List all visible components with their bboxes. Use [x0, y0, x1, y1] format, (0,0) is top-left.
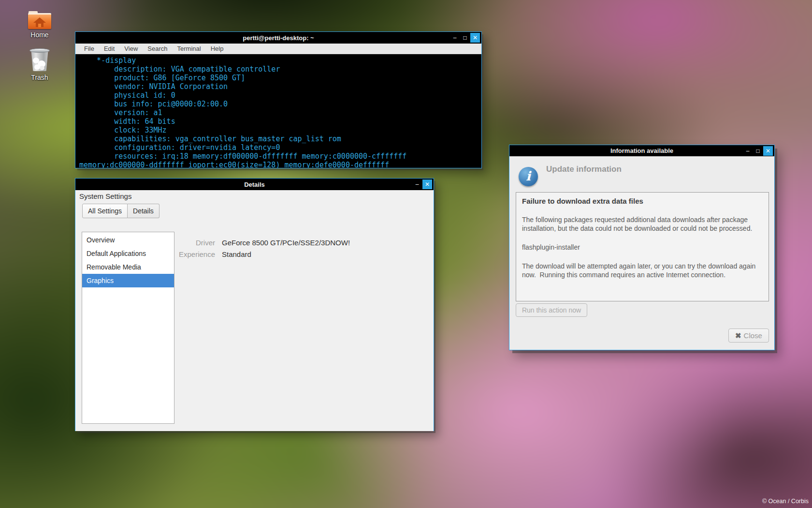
message-paragraph-1: The following packages requested additio…	[522, 215, 763, 233]
graphics-fields: Driver GeForce 8500 GT/PCIe/SSE2/3DNOW! …	[171, 239, 350, 258]
details-sidebar: Overview Default Applications Removable …	[82, 232, 174, 424]
terminal-window: pertti@pertti-desktop: ~ – □ ✕ File Edit…	[75, 31, 482, 168]
dialog-window-controls: – □ ✕	[743, 146, 773, 156]
desktop: Home Trash pertti@pertti-desktop: ~ – □ …	[0, 0, 812, 508]
sidebar-item-overview[interactable]: Overview	[82, 233, 174, 247]
trash-bin	[30, 51, 49, 71]
experience-label: Experience	[171, 250, 215, 258]
menu-item-view[interactable]: View	[119, 45, 143, 52]
details-titlebar[interactable]: Details – ✕	[75, 179, 434, 190]
maximize-button[interactable]: □	[753, 146, 763, 156]
experience-value: Standard	[222, 250, 350, 258]
terminal-output-text: *-display description: VGA compatible co…	[75, 54, 481, 168]
tab-all-settings[interactable]: All Settings	[82, 204, 128, 218]
menu-item-terminal[interactable]: Terminal	[173, 45, 206, 52]
desktop-icon-trash[interactable]: Trash	[16, 48, 63, 81]
dialog-close-button[interactable]: ✖ Close	[728, 329, 769, 343]
details-window: Details – ✕ System Settings All Settings…	[75, 178, 434, 431]
home-icon-label: Home	[16, 31, 63, 39]
tab-details[interactable]: Details	[128, 204, 160, 218]
trash-icon	[29, 48, 50, 72]
minimize-button[interactable]: –	[450, 33, 460, 43]
terminal-titlebar[interactable]: pertti@pertti-desktop: ~ – □ ✕	[75, 32, 481, 44]
house-glyph-door	[38, 24, 41, 27]
house-glyph	[33, 17, 46, 23]
sidebar-item-default-applications[interactable]: Default Applications	[82, 247, 174, 260]
package-name: flashplugin-installer	[522, 243, 763, 252]
folder-body	[28, 13, 51, 29]
minimize-button[interactable]: –	[743, 146, 753, 156]
menu-item-file[interactable]: File	[79, 45, 99, 52]
minimize-button[interactable]: –	[412, 179, 422, 189]
copyright-watermark: © Ocean / Corbis	[762, 498, 809, 505]
home-folder-icon	[28, 11, 51, 29]
dialog-title: Information available	[610, 147, 673, 154]
close-button-label: Close	[744, 331, 762, 340]
terminal-title: pertti@pertti-desktop: ~	[243, 34, 314, 42]
info-icon: i	[519, 167, 538, 186]
message-box: Failure to download extra data files The…	[516, 192, 769, 301]
terminal-output-area[interactable]: *-display description: VGA compatible co…	[75, 54, 481, 168]
terminal-window-controls: – □ ✕	[450, 33, 480, 43]
close-x-icon: ✖	[735, 331, 741, 340]
run-action-button[interactable]: Run this action now	[516, 303, 587, 317]
details-window-controls: – ✕	[412, 179, 432, 189]
app-label: System Settings	[79, 192, 131, 200]
info-icon-glyph: i	[526, 170, 531, 182]
details-content: System Settings All Settings Details Ove…	[75, 190, 434, 431]
menu-item-help[interactable]: Help	[206, 45, 229, 52]
desktop-icon-home[interactable]: Home	[16, 11, 63, 39]
driver-value: GeForce 8500 GT/PCIe/SSE2/3DNOW!	[222, 239, 350, 247]
details-title: Details	[244, 181, 265, 188]
maximize-button[interactable]: □	[460, 33, 470, 43]
settings-tabgroup: All Settings Details	[82, 204, 160, 218]
terminal-menubar: File Edit View Search Terminal Help	[75, 44, 481, 54]
menu-item-search[interactable]: Search	[143, 45, 172, 52]
trash-paper	[34, 64, 40, 70]
close-button[interactable]: ✕	[763, 146, 773, 156]
sidebar-item-removable-media[interactable]: Removable Media	[82, 260, 174, 274]
message-paragraph-2: The download will be attempted again lat…	[522, 262, 763, 279]
dialog-titlebar[interactable]: Information available – □ ✕	[509, 145, 774, 156]
sidebar-item-graphics[interactable]: Graphics	[82, 274, 174, 287]
menu-item-edit[interactable]: Edit	[99, 45, 119, 52]
dialog-body: i Update information Failure to download…	[509, 156, 774, 350]
dialog-heading: Update information	[546, 164, 622, 174]
close-button[interactable]: ✕	[470, 33, 480, 43]
information-dialog: Information available – □ ✕ i Update inf…	[509, 145, 775, 350]
close-button[interactable]: ✕	[422, 179, 432, 189]
driver-label: Driver	[171, 239, 215, 247]
trash-rim	[29, 48, 50, 53]
trash-icon-label: Trash	[16, 74, 63, 81]
message-title: Failure to download extra data files	[522, 197, 763, 205]
